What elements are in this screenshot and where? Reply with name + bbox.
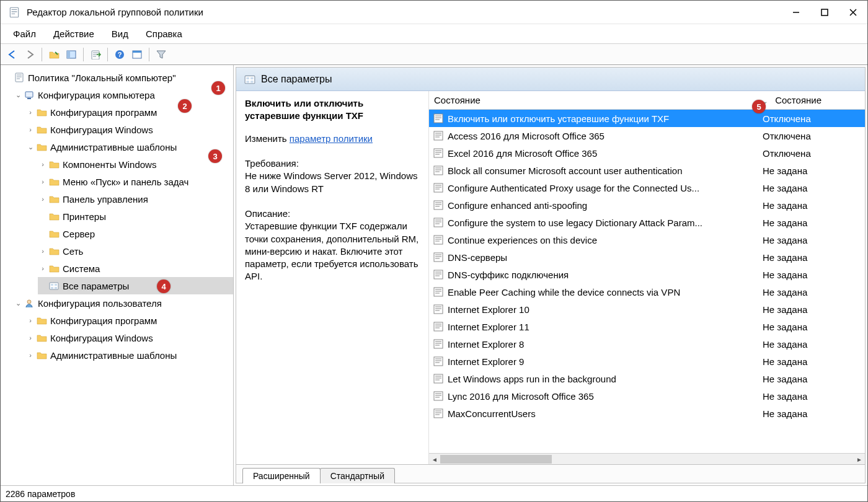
folder-icon (35, 332, 48, 343)
setting-icon (432, 408, 445, 418)
tree-all-settings[interactable]: ›Все параметры (38, 277, 233, 294)
setting-icon (432, 148, 445, 158)
setting-state: Не задана (758, 339, 865, 350)
list-header[interactable]: Состояние ⌄ Состояние (429, 91, 865, 110)
description-label: Описание: (245, 208, 420, 220)
tab-extended[interactable]: Расширенный (242, 468, 321, 483)
callout-badge: 5 (752, 100, 766, 113)
list-item[interactable]: Internet Explorer 9Не задана (429, 353, 865, 370)
statusbar: 2286 параметров (1, 485, 867, 501)
list-rows[interactable]: Включить или отключить устаревшие функци… (429, 110, 865, 453)
list-item[interactable]: Internet Explorer 11Не задана (429, 318, 865, 335)
filter-button[interactable] (153, 46, 169, 63)
list-item[interactable]: Configure enhanced anti-spoofingНе задан… (429, 196, 865, 214)
scroll-right-icon[interactable]: ► (854, 454, 865, 465)
list-item[interactable]: Let Windows apps run in the backgroundНе… (429, 370, 865, 387)
settings-list: Состояние ⌄ Состояние Включить или отклю… (428, 91, 865, 464)
setting-state: Отключена (758, 148, 865, 159)
menu-view[interactable]: Вид (103, 26, 137, 42)
list-item[interactable]: Continue experiences on this deviceНе за… (429, 231, 865, 249)
back-button[interactable] (4, 46, 20, 63)
setting-icon (432, 235, 445, 245)
all-settings-icon (244, 74, 256, 85)
tree-user-config[interactable]: ⌄ Конфигурация пользователя (13, 294, 233, 312)
setting-icon (432, 391, 445, 401)
list-item[interactable]: DNS-суффикс подключенияНе задана (429, 266, 865, 283)
up-folder-button[interactable] (46, 46, 62, 63)
list-item[interactable]: Excel 2016 для Microsoft Office 365Отклю… (429, 144, 865, 162)
gpedit-icon (13, 72, 25, 83)
app-icon (8, 6, 20, 19)
tree-item[interactable]: ›Конфигурация Windows (25, 121, 233, 138)
tree-item[interactable]: ›Панель управления (38, 190, 233, 208)
scroll-left-icon[interactable]: ◄ (429, 454, 440, 465)
expand-toggle[interactable]: ⌄ (13, 91, 23, 99)
setting-name: Lync 2016 для Microsoft Office 365 (448, 391, 758, 402)
maximize-button[interactable] (810, 1, 839, 24)
computer-icon (23, 89, 35, 100)
show-tree-button[interactable] (63, 46, 79, 63)
list-item[interactable]: Включить или отключить устаревшие функци… (429, 110, 865, 127)
setting-name: Internet Explorer 9 (448, 356, 758, 367)
setting-name: Configure enhanced anti-spoofing (448, 200, 758, 211)
tree-pane[interactable]: ▾ Политика "Локальный компьютер" ⌄ Конфи… (1, 65, 234, 485)
list-item[interactable]: Configure Authenticated Proxy usage for … (429, 179, 865, 196)
tree-item[interactable]: ›Сервер (38, 225, 233, 242)
list-item[interactable]: Internet Explorer 10Не задана (429, 301, 865, 318)
tree-item[interactable]: ›Конфигурация программ (25, 103, 233, 121)
tree-item[interactable]: ›Конфигурация Windows (25, 329, 233, 346)
forward-button[interactable] (22, 46, 38, 63)
list-item[interactable]: Access 2016 для Microsoft Office 365Откл… (429, 127, 865, 144)
menu-file[interactable]: Файл (4, 26, 45, 42)
list-item[interactable]: Enable Peer Caching while the device con… (429, 283, 865, 301)
close-button[interactable] (839, 1, 867, 24)
column-state-left[interactable]: Состояние (429, 95, 758, 105)
folder-icon (35, 107, 48, 118)
tree-admin-templates[interactable]: ⌄Административные шаблоны (25, 138, 233, 156)
horizontal-scrollbar[interactable]: ◄ ► (429, 453, 865, 464)
edit-policy-link[interactable]: параметр политики (290, 133, 373, 144)
tree-item[interactable]: ›Компоненты Windows (38, 156, 233, 173)
setting-icon (432, 252, 445, 262)
menubar: Файл Действие Вид Справка (1, 24, 867, 44)
setting-name: Let Windows apps run in the background (448, 374, 758, 384)
setting-name: Internet Explorer 10 (448, 304, 758, 315)
list-item[interactable]: DNS-серверыНе задана (429, 249, 865, 266)
setting-icon (432, 183, 445, 193)
tree-root[interactable]: ▾ Политика "Локальный компьютер" (3, 69, 233, 86)
scroll-thumb[interactable] (440, 455, 552, 464)
minimize-button[interactable] (782, 1, 810, 24)
tree-computer-config[interactable]: ⌄ Конфигурация компьютера (13, 86, 233, 103)
list-item[interactable]: Block all consumer Microsoft account use… (429, 162, 865, 179)
tree-item[interactable]: ›Конфигурация программ (25, 312, 233, 329)
setting-icon (432, 356, 445, 366)
tree-item[interactable]: ›Принтеры (38, 208, 233, 225)
list-item[interactable]: Configure the system to use legacy Dicti… (429, 214, 865, 231)
setting-name: Включить или отключить устаревшие функци… (448, 113, 758, 124)
list-item[interactable]: Internet Explorer 8Не задана (429, 335, 865, 353)
setting-icon (432, 322, 445, 332)
setting-name: Internet Explorer 8 (448, 339, 758, 350)
callout-badge: 2 (178, 99, 192, 113)
export-button[interactable] (87, 46, 104, 63)
setting-icon (432, 165, 445, 175)
tree-item[interactable]: ›Административные шаблоны (25, 346, 233, 364)
setting-icon (432, 287, 445, 297)
tree-item[interactable]: ›Система (38, 260, 233, 277)
menu-action[interactable]: Действие (45, 26, 103, 42)
setting-state: Отключена (758, 131, 865, 141)
description-column: Включить или отключить устаревшие функци… (236, 91, 428, 464)
setting-state: Не задана (758, 252, 865, 263)
help-button[interactable]: ? (112, 46, 128, 63)
list-item[interactable]: MaxConcurrentUsersНе задана (429, 405, 865, 422)
properties-button[interactable] (129, 46, 145, 63)
setting-icon (432, 218, 445, 227)
column-state-right[interactable]: ⌄ Состояние (758, 95, 865, 105)
list-item[interactable]: Lync 2016 для Microsoft Office 365Не зад… (429, 387, 865, 405)
tree-root-label: Политика "Локальный компьютер" (28, 73, 175, 83)
tab-standard[interactable]: Стандартный (320, 468, 395, 483)
tree-item[interactable]: ›Сеть (38, 242, 233, 260)
tree-item[interactable]: ›Меню «Пуск» и панель задач (38, 173, 233, 190)
user-icon (23, 297, 35, 309)
menu-help[interactable]: Справка (137, 26, 191, 42)
